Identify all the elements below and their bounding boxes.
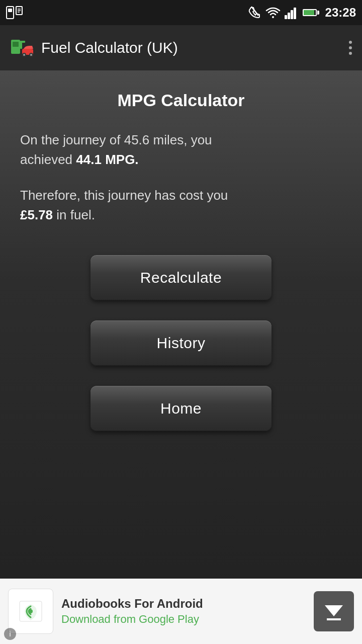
result-line1: On the journey of 45.6 miles, you (20, 132, 212, 147)
svg-point-20 (29, 609, 33, 613)
wifi-icon (265, 6, 281, 19)
app-bar-left: Fuel Calculator (UK) (10, 36, 178, 60)
svg-rect-6 (285, 15, 287, 19)
ad-subtitle: Download from Google Play (61, 613, 306, 626)
menu-dot-3 (349, 52, 352, 55)
svg-rect-11 (13, 42, 19, 47)
ad-banner[interactable]: Audiobooks For Android Download from Goo… (0, 579, 362, 644)
ad-title: Audiobooks For Android (61, 597, 306, 611)
svg-rect-9 (294, 8, 296, 19)
signal-icon (285, 6, 299, 19)
notification-icons (6, 6, 23, 20)
app-bar: Fuel Calculator (UK) (0, 25, 362, 70)
status-time: 23:28 (325, 6, 356, 20)
app-bar-title: Fuel Calculator (UK) (41, 39, 178, 56)
cost-line1: Therefore, this journey has cost you (20, 188, 228, 203)
main-content: MPG Calculator On the journey of 45.6 mi… (0, 70, 362, 599)
ad-text-area: Audiobooks For Android Download from Goo… (61, 597, 306, 626)
recalculate-button[interactable]: Recalculate (90, 255, 272, 300)
svg-rect-13 (21, 41, 25, 43)
svg-rect-8 (291, 10, 293, 19)
status-bar: 23:28 (0, 0, 362, 25)
ad-icon-svg (16, 596, 46, 626)
page-title: MPG Calculator (117, 91, 244, 110)
svg-rect-7 (288, 13, 290, 19)
status-bar-left (6, 6, 23, 20)
svg-point-18 (30, 54, 32, 56)
ad-app-icon (8, 589, 53, 634)
cost-highlight: £5.78 (20, 207, 53, 222)
ad-download-button[interactable] (314, 591, 354, 631)
svg-rect-0 (7, 7, 14, 19)
menu-button[interactable] (349, 41, 352, 55)
result-highlight: 44.1 MPG. (76, 152, 138, 167)
phone-mute-icon (248, 6, 261, 20)
menu-dot-1 (349, 41, 352, 44)
menu-dot-2 (349, 46, 352, 49)
cost-text: Therefore, this journey has cost you £5.… (20, 186, 228, 225)
result-text: On the journey of 45.6 miles, you achiev… (20, 130, 212, 170)
cost-suffix: in fuel. (53, 207, 95, 222)
home-button[interactable]: Home (90, 386, 272, 431)
result-line2-prefix: achieved (20, 152, 76, 167)
download-arrow-icon (325, 605, 343, 616)
status-bar-right: 23:28 (248, 6, 356, 20)
svg-rect-1 (8, 9, 12, 12)
download-line-icon (327, 618, 341, 620)
svg-point-16 (23, 54, 25, 56)
app-icon (10, 36, 34, 60)
history-button[interactable]: History (90, 320, 272, 366)
battery-icon (303, 9, 319, 16)
ad-info-badge[interactable]: i (4, 628, 16, 640)
